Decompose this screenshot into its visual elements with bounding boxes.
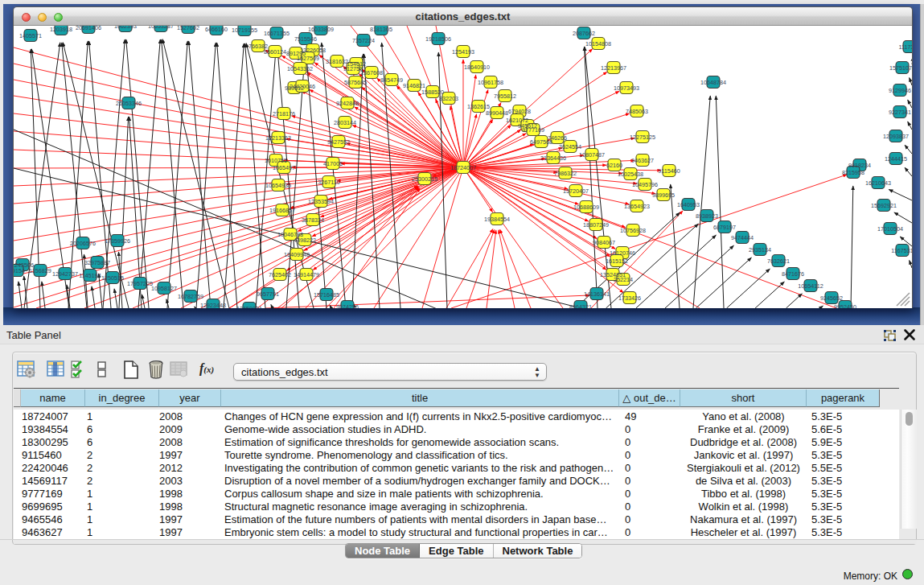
svg-text:10653287: 10653287 [148, 26, 174, 30]
svg-text:12353594: 12353594 [308, 198, 334, 205]
svg-text:1527602: 1527602 [177, 26, 199, 31]
svg-text:12923448: 12923448 [200, 302, 226, 308]
svg-text:1167531: 1167531 [891, 247, 912, 254]
svg-text:10958127: 10958127 [151, 285, 177, 292]
svg-text:12093837: 12093837 [883, 133, 909, 140]
svg-text:8471676: 8471676 [782, 270, 804, 278]
svg-text:8938923: 8938923 [696, 212, 718, 220]
svg-text:9777169: 9777169 [522, 126, 544, 134]
svg-text:32975887: 32975887 [84, 259, 110, 266]
svg-text:417006: 417006 [323, 160, 343, 167]
svg-text:7955812: 7955812 [494, 93, 516, 100]
svg-text:8964321: 8964321 [569, 303, 592, 308]
svg-text:16782759: 16782759 [178, 293, 203, 300]
svg-text:21364436: 21364436 [540, 154, 566, 162]
svg-text:8990448: 8990448 [486, 109, 508, 117]
svg-text:1250515: 1250515 [101, 274, 124, 282]
svg-text:20691406: 20691406 [76, 26, 101, 31]
svg-text:3624554: 3624554 [559, 143, 581, 150]
svg-text:6794028: 6794028 [508, 108, 531, 115]
svg-text:12942737: 12942737 [52, 270, 78, 278]
svg-text:6497568: 6497568 [530, 138, 552, 146]
svg-text:1145194: 1145194 [79, 272, 101, 279]
svg-text:20206576: 20206576 [70, 240, 96, 247]
svg-text:10719155: 10719155 [232, 27, 257, 34]
svg-text:9463627: 9463627 [631, 157, 654, 164]
svg-text:25300215: 25300215 [412, 175, 437, 183]
svg-text:8660124: 8660124 [264, 48, 286, 56]
svg-text:1117316: 1117316 [899, 43, 912, 51]
svg-text:16120746: 16120746 [610, 249, 635, 257]
svg-text:7357224: 7357224 [352, 37, 375, 44]
svg-text:10648784: 10648784 [700, 79, 726, 86]
svg-text:15716485: 15716485 [314, 291, 339, 299]
svg-text:19218506: 19218506 [425, 35, 451, 43]
svg-text:9084067: 9084067 [593, 239, 615, 246]
svg-text:1244415: 1244415 [885, 155, 907, 163]
svg-text:10654112: 10654112 [798, 282, 823, 290]
svg-text:14914479: 14914479 [294, 271, 319, 278]
svg-text:13226058: 13226058 [300, 47, 326, 54]
svg-text:7485063: 7485063 [626, 108, 648, 115]
svg-text:2367608: 2367608 [360, 69, 383, 76]
svg-text:9242848: 9242848 [336, 100, 359, 107]
svg-text:10688609: 10688609 [573, 204, 599, 211]
svg-text:17359926: 17359926 [105, 237, 130, 245]
svg-text:9074256: 9074256 [336, 303, 359, 308]
svg-text:18724007: 18724007 [450, 164, 476, 171]
svg-text:16033809: 16033809 [308, 26, 334, 33]
svg-text:1527509: 1527509 [297, 55, 319, 62]
svg-text:10961758: 10961758 [478, 79, 503, 86]
svg-text:10025438: 10025438 [618, 171, 643, 178]
svg-text:13654923: 13654923 [624, 203, 650, 210]
svg-text:17010504: 17010504 [877, 225, 903, 233]
svg-text:18807249: 18807249 [583, 221, 609, 229]
svg-text:16409948: 16409948 [284, 251, 310, 258]
svg-text:9899695: 9899695 [652, 192, 675, 199]
svg-text:12213363: 12213363 [265, 134, 291, 142]
svg-text:9427552: 9427552 [327, 138, 350, 146]
svg-text:1203918: 1203918 [50, 26, 72, 33]
svg-text:12450821: 12450821 [236, 305, 262, 308]
svg-text:10154808: 10154808 [585, 40, 611, 47]
svg-text:2935134: 2935134 [749, 246, 771, 253]
svg-text:62160: 62160 [606, 162, 622, 169]
svg-text:15751074: 15751074 [889, 64, 912, 72]
svg-text:12213967: 12213967 [601, 64, 626, 72]
svg-text:1615152: 1615152 [606, 257, 628, 265]
svg-text:1156829: 1156829 [29, 267, 51, 274]
svg-text:10495796: 10495796 [632, 181, 658, 188]
svg-text:16671355: 16671355 [264, 30, 290, 37]
svg-text:1733426: 1733426 [618, 295, 641, 302]
svg-text:18640910: 18640910 [464, 64, 490, 71]
svg-text:6879197: 6879197 [713, 224, 736, 231]
svg-text:10973493: 10973493 [614, 84, 639, 92]
svg-text:10807487: 10807487 [579, 151, 605, 159]
svg-text:1062393: 1062393 [114, 26, 137, 30]
svg-text:24420046: 24420046 [290, 83, 315, 90]
svg-text:8181305: 8181305 [370, 26, 392, 33]
svg-text:1405571: 1405571 [19, 32, 42, 39]
svg-text:1254193: 1254193 [452, 48, 474, 56]
svg-text:832203: 832203 [439, 95, 458, 102]
svg-text:1065497: 1065497 [273, 164, 295, 171]
svg-text:7625402: 7625402 [269, 271, 291, 278]
svg-text:19384554: 19384554 [484, 216, 510, 223]
svg-text:1640953: 1640953 [677, 201, 700, 208]
svg-text:7515546: 7515546 [294, 35, 317, 43]
svg-text:2718176: 2718176 [273, 110, 295, 117]
svg-text:10654935: 10654935 [265, 182, 291, 189]
svg-text:3267110: 3267110 [318, 179, 339, 186]
svg-text:7632621: 7632621 [767, 257, 790, 265]
svg-text:5875685: 5875685 [344, 79, 367, 86]
svg-text:14136141: 14136141 [584, 290, 610, 298]
svg-text:9657791: 9657791 [257, 290, 279, 298]
svg-text:7986322: 7986322 [554, 170, 577, 177]
svg-text:9227341: 9227341 [889, 109, 911, 116]
svg-text:15720407: 15720407 [563, 187, 589, 195]
svg-text:10756928: 10756928 [620, 227, 646, 234]
svg-text:2803144: 2803144 [334, 119, 356, 126]
svg-text:1010755: 1010755 [265, 157, 287, 164]
svg-text:10543362: 10543362 [287, 65, 313, 72]
svg-text:9245652: 9245652 [820, 295, 843, 302]
